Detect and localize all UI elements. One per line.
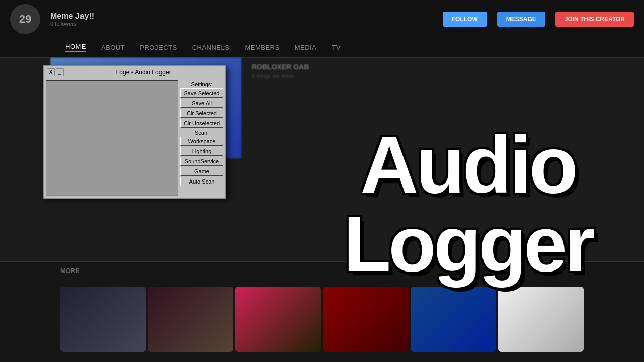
navbar-brand: Meme Jay!! 0 followers xyxy=(50,12,94,27)
save-all-button[interactable]: Save All xyxy=(180,99,223,108)
game-subtitle-blurred: 5 things we know xyxy=(252,73,294,79)
big-text-audio: Audio xyxy=(360,125,576,205)
clr-selected-button[interactable]: Clr Selected xyxy=(180,109,223,118)
dialog-controls: Settings: Save Selected Save All Clr Sel… xyxy=(180,78,225,198)
dialog-minimize-button[interactable]: _ xyxy=(56,68,64,76)
dialog-body: Settings: Save Selected Save All Clr Sel… xyxy=(44,78,225,198)
thumbnail-1 xyxy=(60,287,146,352)
message-button[interactable]: MESSAGE xyxy=(497,12,545,27)
thumbnail-2 xyxy=(148,287,233,352)
dialog-window: X _ Edge's Audio Logger Settings: Save S… xyxy=(43,65,226,199)
lighting-button[interactable]: Lighting xyxy=(180,147,223,156)
nav-tabs: HOME ABOUT PROJECTS CHANNELS MEMBERS MED… xyxy=(0,38,644,58)
game-button[interactable]: Game xyxy=(180,167,223,176)
bottom-label: MORE xyxy=(60,267,80,275)
sound-service-button[interactable]: SoundService xyxy=(180,157,223,166)
big-text-area: Audio Logger xyxy=(292,83,644,324)
dialog-title: Edge's Audio Logger xyxy=(64,69,222,76)
scan-label: Scan: xyxy=(180,130,223,136)
tab-home[interactable]: HOME xyxy=(65,43,86,52)
tab-tv[interactable]: TV xyxy=(332,44,341,51)
tab-projects[interactable]: PROJECTS xyxy=(140,44,177,51)
workspace-button[interactable]: Workspace xyxy=(180,137,223,146)
big-text-logger: Logger xyxy=(343,205,592,283)
follow-button[interactable]: FOLLOW xyxy=(443,12,487,27)
settings-label: Settings: xyxy=(180,81,223,87)
navbar-logo: 29 xyxy=(10,4,40,34)
save-selected-button[interactable]: Save Selected xyxy=(180,88,223,98)
game-title-blurred: ROBLOXER GAB xyxy=(252,63,309,71)
join-creator-button[interactable]: JOIN THIS CREATOR xyxy=(555,12,634,27)
clr-unselected-button[interactable]: Clr Unselected xyxy=(180,119,223,128)
auto-scan-button[interactable]: Auto Scan xyxy=(180,177,223,186)
tab-media[interactable]: MEDIA xyxy=(295,44,317,51)
tab-channels[interactable]: CHANNELS xyxy=(192,44,230,51)
dialog-titlebar: X _ Edge's Audio Logger xyxy=(44,66,225,78)
brand-sub: 0 followers xyxy=(50,21,94,27)
tab-about[interactable]: ABOUT xyxy=(101,44,125,51)
navbar: 29 Meme Jay!! 0 followers FOLLOW MESSAGE… xyxy=(0,0,644,38)
dialog-list-area xyxy=(46,80,178,196)
dialog-close-button[interactable]: X xyxy=(47,68,55,76)
brand-name: Meme Jay!! xyxy=(50,12,94,21)
tab-members[interactable]: MEMBERS xyxy=(245,44,279,51)
